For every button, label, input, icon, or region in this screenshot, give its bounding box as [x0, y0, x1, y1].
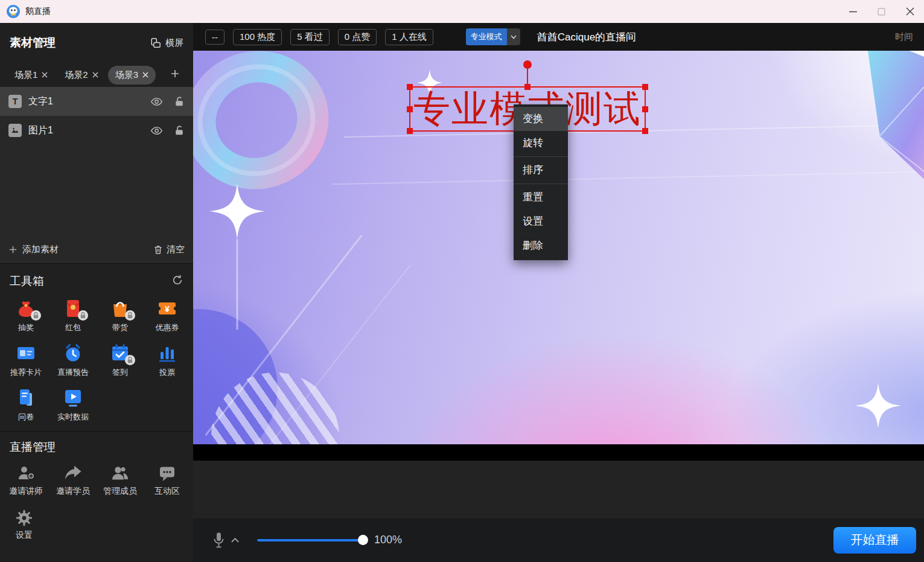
close-icon[interactable]	[42, 72, 48, 78]
resize-handle-bottom-left[interactable]	[407, 128, 413, 134]
resize-handle-top-right[interactable]	[642, 84, 648, 90]
landscape-button[interactable]: 横屏	[150, 37, 183, 49]
tool-label: 投票	[159, 367, 175, 378]
invite-student-button[interactable]: 邀请学员	[49, 464, 97, 497]
canvas-container: 专业模式测试 变换 旋转	[193, 51, 924, 461]
stat-badge-dash: --	[205, 30, 225, 45]
plus-icon	[8, 245, 18, 254]
tool-check-in[interactable]: 签到	[97, 342, 144, 378]
mgmt-label: 互动区	[155, 486, 180, 497]
eye-icon[interactable]	[150, 95, 163, 108]
tool-label: 带货	[112, 322, 128, 333]
tool-questionnaire[interactable]: 问卷	[2, 387, 49, 423]
room-title: 酋酋Cacique的直播间	[537, 30, 636, 44]
invite-lecturer-button[interactable]: 邀请讲师	[2, 464, 49, 497]
text-layer-icon: T	[8, 95, 22, 108]
stat-badge-viewed: 5 看过	[290, 29, 330, 45]
rotation-handle[interactable]	[523, 60, 532, 69]
tool-recommend-card[interactable]: 推荐卡片	[2, 342, 49, 378]
maximize-button[interactable]	[867, 0, 896, 23]
clear-button[interactable]: 清空	[153, 244, 185, 255]
mode-select[interactable]: 专业模式	[466, 28, 520, 45]
toolbox-grid: 抽奖 红包	[0, 294, 193, 423]
tool-live-preview[interactable]: 直播预告	[49, 342, 97, 378]
tab-scene-2[interactable]: 场景2	[57, 66, 105, 85]
resize-handle-mid-left[interactable]	[407, 106, 413, 112]
plus-icon	[170, 69, 180, 78]
volume-value: 100%	[374, 534, 402, 546]
chevron-down-icon	[507, 28, 520, 45]
menu-item-transform[interactable]: 变换	[514, 107, 568, 131]
menu-item-reset[interactable]: 重置	[514, 185, 568, 209]
layer-label: 图片1	[28, 124, 53, 137]
close-icon[interactable]	[92, 72, 98, 78]
volume-thumb[interactable]	[358, 535, 368, 545]
add-scene-button[interactable]	[164, 69, 186, 81]
tool-coupon[interactable]: ¥ 优惠券	[144, 298, 191, 333]
tool-red-packet[interactable]: 红包	[49, 298, 97, 333]
person-add-icon	[16, 464, 36, 483]
lock-badge-icon	[78, 310, 88, 321]
sidebar-title: 素材管理	[10, 35, 56, 51]
resize-handle-mid-right[interactable]	[642, 106, 648, 112]
menu-item-settings[interactable]: 设置	[514, 209, 568, 234]
trash-icon	[153, 244, 163, 255]
add-material-button[interactable]: 添加素材	[8, 244, 59, 255]
volume-slider[interactable]	[257, 535, 363, 545]
unlock-icon[interactable]	[174, 95, 185, 107]
tool-label: 推荐卡片	[10, 367, 42, 378]
material-sidebar: 素材管理 横屏 场景1 场景2	[0, 23, 193, 562]
tool-realtime-data[interactable]: 实时数据	[49, 387, 97, 423]
tab-scene-3[interactable]: 场景3	[108, 66, 156, 85]
add-material-label: 添加素材	[22, 244, 59, 255]
svg-text:¥: ¥	[165, 304, 170, 314]
settings-button[interactable]: 设置	[0, 509, 48, 541]
menu-divider	[514, 156, 568, 157]
mgmt-label: 管理成员	[103, 486, 137, 497]
mode-label: 专业模式	[466, 28, 507, 45]
share-arrow-icon	[63, 464, 83, 483]
close-icon[interactable]	[142, 72, 148, 78]
eye-icon[interactable]	[150, 124, 163, 137]
lock-badge-icon	[125, 355, 135, 365]
tool-label: 问卷	[18, 412, 34, 423]
stat-badge-online: 1 人在线	[385, 29, 433, 45]
menu-item-sort[interactable]: 排序	[514, 158, 568, 182]
lock-badge-icon	[31, 310, 41, 321]
tool-label: 优惠券	[156, 322, 179, 333]
microphone-icon[interactable]	[212, 531, 225, 549]
titlebar: 鹅直播	[0, 0, 924, 23]
tool-sell-goods[interactable]: 带货	[97, 298, 144, 333]
close-button[interactable]	[896, 0, 924, 23]
resize-handle-top-mid[interactable]	[524, 84, 531, 90]
live-canvas[interactable]: 专业模式测试 变换 旋转	[193, 51, 924, 444]
interaction-zone-button[interactable]: 互动区	[144, 464, 191, 497]
resize-handle-bottom-right[interactable]	[642, 128, 648, 134]
rotation-stem	[527, 68, 528, 85]
menu-item-delete[interactable]: 删除	[514, 234, 568, 258]
resize-handle-top-left[interactable]	[407, 84, 413, 90]
tool-lottery[interactable]: 抽奖	[2, 298, 49, 333]
unlock-icon[interactable]	[174, 124, 185, 136]
tool-label: 红包	[65, 322, 81, 333]
bar-chart-icon	[156, 342, 178, 364]
scene-tabs: 场景1 场景2 场景3	[0, 63, 193, 87]
tool-vote[interactable]: 投票	[144, 342, 191, 378]
manage-members-button[interactable]: 管理成员	[97, 464, 144, 497]
layer-row-image1[interactable]: 图片1	[0, 116, 193, 145]
minimize-button[interactable]	[839, 0, 867, 23]
menu-item-rotate[interactable]: 旋转	[514, 131, 568, 155]
toolbox-title: 工具箱	[10, 273, 44, 289]
window-controls	[839, 0, 924, 23]
card-icon	[15, 342, 37, 364]
tool-label: 签到	[112, 367, 128, 378]
stage: -- 100 热度 5 看过 0 点赞 1 人在线 专业模式 酋酋Cacique…	[193, 23, 924, 562]
chevron-up-icon[interactable]	[231, 538, 239, 543]
toolbox-reset-button[interactable]	[171, 274, 183, 289]
tab-scene-1[interactable]: 场景1	[7, 66, 55, 85]
time-label: 时间	[895, 31, 913, 43]
start-live-button[interactable]: 开始直播	[833, 527, 916, 554]
coupon-icon: ¥	[156, 298, 178, 319]
tab-label: 场景1	[14, 69, 37, 81]
layer-row-text1[interactable]: T 文字1	[0, 87, 193, 116]
